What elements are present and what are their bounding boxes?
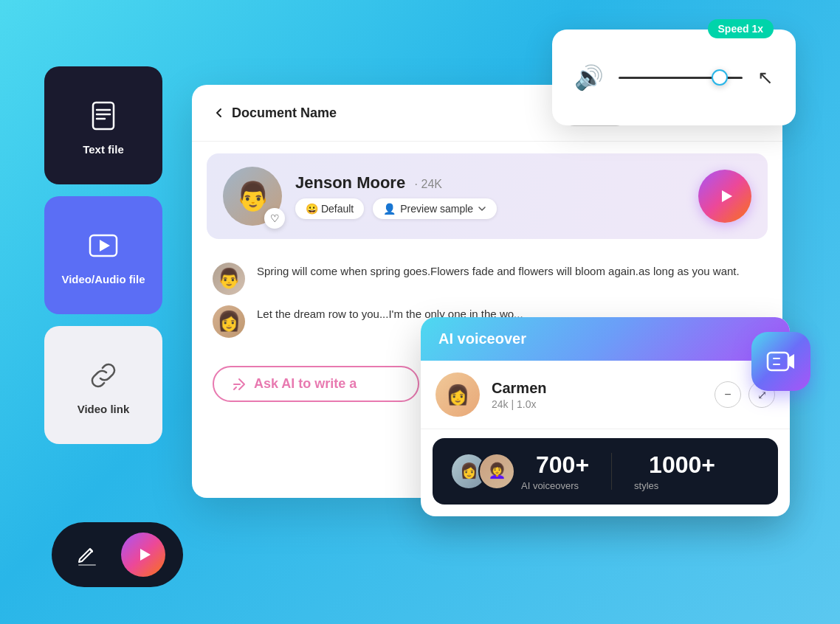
back-button[interactable]: Document Name xyxy=(213,105,337,121)
sidebar-item-video-audio[interactable]: Video/Audio file xyxy=(44,196,162,314)
svg-rect-7 xyxy=(768,353,788,370)
ai-panel-header: AI voiceover xyxy=(421,317,790,361)
carmen-sub: 24k | 1.0x xyxy=(492,398,703,410)
carmen-name: Carmen xyxy=(492,380,703,397)
voice-name-row: Jenson Moore · 24K xyxy=(295,173,497,193)
mood-dropdown[interactable]: 😀 Default xyxy=(295,198,364,219)
stats-label-1: AI voiceovers xyxy=(521,480,589,491)
ask-ai-label: Ask AI to write a xyxy=(254,376,357,392)
stats-count-1: 700+ xyxy=(536,451,589,479)
stats-label-2: styles xyxy=(634,480,715,491)
video-overlay-icon[interactable] xyxy=(751,332,810,391)
sidebar-text-file-label: Text file xyxy=(83,143,124,156)
voice-options: 😀 Default 👤 Preview sample xyxy=(295,198,497,219)
ai-voiceover-panel: AI voiceover 👩 Carmen 24k | 1.0x − ⤢ 👩 👩… xyxy=(421,317,790,516)
video-audio-icon xyxy=(83,226,123,266)
sidebar-video-link-label: Video link xyxy=(78,403,130,415)
content-row-1: 👨 Spring will come when spring goes.Flow… xyxy=(213,263,762,295)
carmen-info: Carmen 24k | 1.0x xyxy=(492,380,703,410)
edit-button[interactable] xyxy=(69,536,106,573)
speed-badge: Speed 1x xyxy=(708,19,774,38)
svg-rect-0 xyxy=(93,103,114,129)
document-title: Document Name xyxy=(232,105,337,121)
user-avatar-2: 👩 xyxy=(213,305,245,338)
cursor-icon: ↖ xyxy=(757,66,774,89)
stats-divider xyxy=(611,453,612,490)
stats-avatar-2: 👩‍🦱 xyxy=(478,453,515,490)
stats-avatars: 👩 👩‍🦱 xyxy=(450,453,506,490)
speed-panel: Speed 1x 🔊 ↖ xyxy=(552,30,796,125)
voice-info: Jenson Moore · 24K 😀 Default 👤 Preview s… xyxy=(295,173,497,219)
play-button[interactable] xyxy=(121,533,165,577)
ask-ai-button[interactable]: Ask AI to write a xyxy=(213,366,419,402)
sidebar-item-video-link[interactable]: Video link xyxy=(44,326,162,444)
ai-panel-title: AI voiceover xyxy=(438,330,526,347)
svg-marker-5 xyxy=(100,240,110,252)
svg-marker-6 xyxy=(722,190,732,202)
stats-group-1: 700+ AI voiceovers xyxy=(521,451,589,491)
favorite-button[interactable]: ♡ xyxy=(264,208,285,229)
svg-marker-11 xyxy=(140,549,151,561)
content-text-1: Spring will come when spring goes.Flower… xyxy=(257,263,762,280)
stats-count-2: 1000+ xyxy=(649,451,715,479)
text-file-icon xyxy=(83,96,123,136)
preview-dropdown[interactable]: 👤 Preview sample xyxy=(373,198,497,219)
sidebar-video-audio-label: Video/Audio file xyxy=(61,273,145,285)
preview-label: Preview sample xyxy=(400,203,473,215)
voice-name: Jenson Moore xyxy=(295,173,405,192)
carmen-avatar: 👩 xyxy=(436,372,480,417)
volume-icon: 🔊 xyxy=(574,63,604,91)
carmen-row: 👩 Carmen 24k | 1.0x − ⤢ xyxy=(421,361,790,429)
minimize-button[interactable]: − xyxy=(715,381,741,408)
speed-slider-track[interactable] xyxy=(619,77,743,79)
video-link-icon xyxy=(83,356,123,395)
carmen-person-icon: 👩 xyxy=(446,385,469,404)
stats-bar: 👩 👩‍🦱 700+ AI voiceovers 1000+ styles xyxy=(433,438,778,505)
play-large-button[interactable] xyxy=(698,170,751,223)
voice-count: · 24K xyxy=(415,178,442,190)
preview-icon: 👤 xyxy=(383,203,396,215)
user-avatar-1: 👨 xyxy=(213,263,245,295)
stats-group-2: 1000+ styles xyxy=(634,451,715,491)
voice-avatar-wrap: 👨 ♡ xyxy=(223,167,282,226)
sidebar: Text file Video/Audio file Video link xyxy=(44,66,162,444)
sidebar-item-text-file[interactable]: Text file xyxy=(44,66,162,184)
voice-profile-section: 👨 ♡ Jenson Moore · 24K 😀 Default 👤 Previ… xyxy=(207,153,768,239)
bottom-toolbar xyxy=(52,522,183,587)
speed-slider-thumb[interactable] xyxy=(712,69,728,86)
avatar-person-icon: 👨 xyxy=(235,182,270,210)
